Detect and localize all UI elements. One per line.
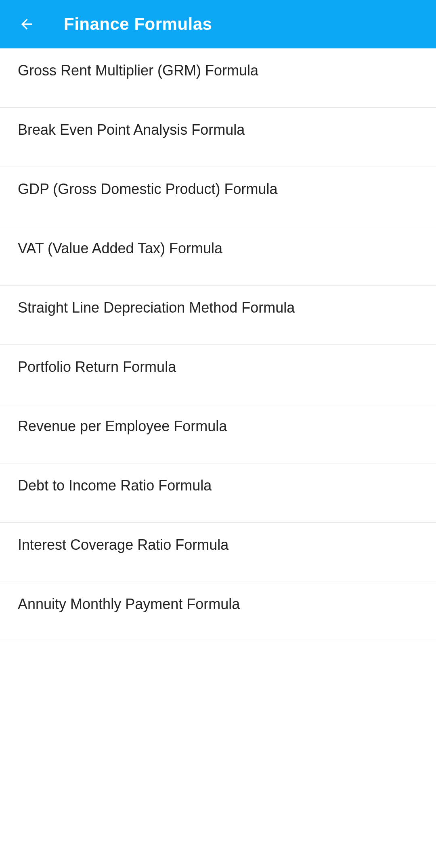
list-item-label: Debt to Income Ratio Formula — [18, 476, 212, 495]
list-item[interactable]: Gross Rent Multiplier (GRM) Formula — [0, 48, 436, 108]
formula-list: Gross Rent Multiplier (GRM) Formula Brea… — [0, 48, 436, 641]
list-item-label: Straight Line Depreciation Method Formul… — [18, 298, 295, 317]
list-item-label: Interest Coverage Ratio Formula — [18, 536, 228, 555]
list-item[interactable]: Annuity Monthly Payment Formula — [0, 582, 436, 641]
list-item[interactable]: VAT (Value Added Tax) Formula — [0, 226, 436, 286]
list-item[interactable]: Debt to Income Ratio Formula — [0, 463, 436, 523]
list-item[interactable]: Break Even Point Analysis Formula — [0, 108, 436, 167]
back-arrow-icon — [19, 16, 35, 32]
list-item-label: GDP (Gross Domestic Product) Formula — [18, 180, 277, 199]
app-header: Finance Formulas — [0, 0, 436, 48]
list-item-label: VAT (Value Added Tax) Formula — [18, 239, 222, 258]
list-item-label: Gross Rent Multiplier (GRM) Formula — [18, 61, 258, 80]
list-item-label: Annuity Monthly Payment Formula — [18, 595, 240, 614]
list-item-label: Portfolio Return Formula — [18, 358, 176, 377]
list-item-label: Revenue per Employee Formula — [18, 417, 227, 436]
list-item[interactable]: GDP (Gross Domestic Product) Formula — [0, 167, 436, 226]
list-item-label: Break Even Point Analysis Formula — [18, 121, 245, 140]
list-item[interactable]: Revenue per Employee Formula — [0, 404, 436, 463]
list-item[interactable]: Straight Line Depreciation Method Formul… — [0, 286, 436, 345]
page-title: Finance Formulas — [64, 15, 212, 34]
back-button[interactable] — [17, 15, 36, 34]
list-item[interactable]: Interest Coverage Ratio Formula — [0, 523, 436, 582]
list-item[interactable]: Portfolio Return Formula — [0, 345, 436, 404]
